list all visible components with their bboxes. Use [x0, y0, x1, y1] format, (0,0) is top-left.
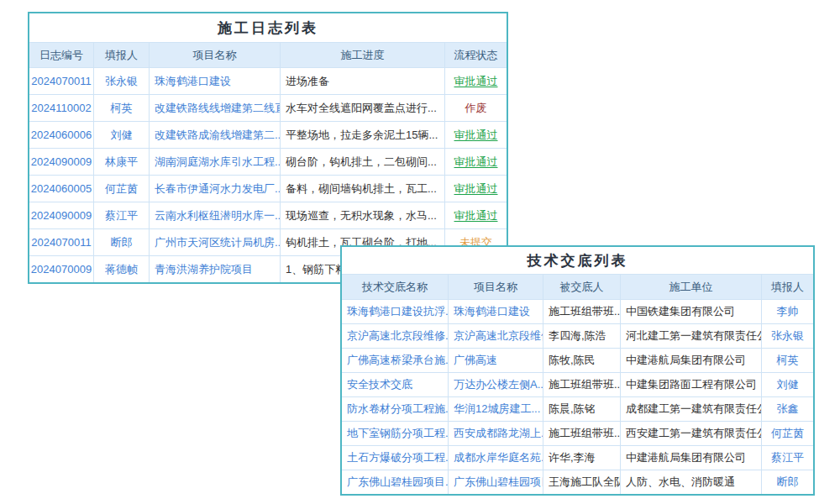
disclosure-name-link[interactable]: 土石方爆破分项工程... [342, 446, 448, 470]
disclosure-name-link[interactable]: 京沪高速北京段维修... [342, 324, 448, 348]
table-row: 2024090009 林康平 湖南洞庭湖水库引水工程... 砌台阶，钩机排土，二… [29, 148, 507, 175]
column-header-construction-unit: 施工单位 [620, 275, 761, 299]
log-project-link[interactable]: 珠海鹤港口建设 [149, 68, 280, 94]
disclosure-recipients-text: 李四海,陈浩 [543, 324, 620, 348]
construction-log-header-row: 日志编号 填报人 项目名称 施工进度 流程状态 [29, 42, 507, 67]
log-status-link[interactable]: 审批通过 [444, 68, 507, 94]
log-reporter-link[interactable]: 何芷茵 [93, 176, 149, 202]
log-id-link[interactable]: 2024090009 [29, 202, 93, 228]
log-status-link[interactable]: 审批通过 [444, 122, 507, 148]
log-project-link[interactable]: 湖南洞庭湖水库引水工程... [149, 149, 280, 175]
log-project-link[interactable]: 青海洪湖养护院项目 [149, 256, 280, 282]
disclosure-unit-text: 河北建工第一建筑有限责任公司 [620, 324, 761, 348]
column-header-progress: 施工进度 [280, 43, 444, 67]
disclosure-unit-text: 中建港航局集团有限公司 [620, 446, 761, 470]
column-header-reporter: 填报人 [93, 43, 149, 67]
disclosure-reporter-link[interactable]: 张鑫 [761, 397, 813, 421]
log-id-link[interactable]: 2024060005 [29, 176, 93, 202]
log-reporter-link[interactable]: 张永银 [93, 68, 149, 94]
disclosure-recipients-text: 许华,李海 [543, 446, 620, 470]
column-header-disclosure-name: 技术交底名称 [342, 275, 448, 299]
disclosure-recipients-text: 陈牧,陈民 [543, 349, 620, 372]
disclosure-unit-text: 中国铁建集团有限公司 [620, 300, 761, 323]
disclosure-project-link[interactable]: 广佛高速 [448, 349, 543, 372]
column-header-reporter: 填报人 [761, 275, 813, 299]
log-reporter-link[interactable]: 蔡江平 [93, 202, 149, 228]
disclosure-name-link[interactable]: 地下室钢筋分项工程... [342, 422, 448, 445]
log-id-link[interactable]: 2024070011 [29, 68, 93, 94]
disclosure-project-link[interactable]: 京沪高速北京段维修 [448, 324, 543, 348]
log-progress-text: 砌台阶，钩机排土，二包砌间... [280, 149, 444, 175]
disclosure-recipients-text: 陈晨,陈铭 [543, 397, 620, 421]
table-row: 广佛高速桥梁承台施... 广佛高速 陈牧,陈民 中建港航局集团有限公司 柯英 [342, 348, 813, 372]
log-id-link[interactable]: 2024090009 [29, 149, 93, 175]
disclosure-reporter-link[interactable]: 张永银 [761, 324, 813, 348]
disclosure-unit-text: 人防、水电、消防暖通 [620, 470, 761, 494]
disclosure-name-link[interactable]: 广东佛山碧桂园项目... [342, 470, 448, 494]
disclosure-unit-text: 成都建工第一建筑有限责任公司 [620, 397, 761, 421]
log-reporter-link[interactable]: 柯英 [93, 95, 149, 121]
column-header-project-name: 项目名称 [448, 275, 543, 299]
disclosure-reporter-link[interactable]: 何芷茵 [761, 422, 813, 445]
table-row: 安全技术交底 万达办公楼左侧A... 施工班组带班... 中建集团路面工程有限公… [342, 372, 813, 396]
log-status-link[interactable]: 审批通过 [444, 176, 507, 202]
disclosure-name-link[interactable]: 防水卷材分项工程施... [342, 397, 448, 421]
disclosure-recipients-text: 施工班组带班... [543, 373, 620, 396]
log-project-link[interactable]: 云南水利枢纽潜明水库一... [149, 202, 280, 228]
disclosure-recipients-text: 施工班组带班... [543, 300, 620, 323]
technical-disclosure-panel: 技术交底列表 技术交底名称 项目名称 被交底人 施工单位 填报人 珠海鹤港口建设… [340, 245, 815, 496]
table-row: 2024090009 蔡江平 云南水利枢纽潜明水库一... 现场巡查，无积水现象… [29, 202, 507, 228]
technical-disclosure-title: 技术交底列表 [342, 247, 813, 274]
log-status-link[interactable]: 审批通过 [444, 149, 507, 175]
log-project-link[interactable]: 广州市天河区统计局机房... [149, 229, 280, 255]
table-row: 土石方爆破分项工程... 成都水岸华庭名苑... 许华,李海 中建港航局集团有限… [342, 445, 813, 470]
log-reporter-link[interactable]: 刘健 [93, 122, 149, 148]
table-row: 2024110002 柯英 改建铁路线线增建第二线直... 水车对全线遮阳网覆盖… [29, 94, 507, 121]
column-header-project-name: 项目名称 [149, 43, 280, 67]
table-row: 2024060006 刘健 改建铁路成渝线增建第二... 平整场地，拉走多余泥土… [29, 121, 507, 148]
log-reporter-link[interactable]: 林康平 [93, 149, 149, 175]
log-id-link[interactable]: 2024070011 [29, 229, 93, 255]
column-header-recipients: 被交底人 [543, 275, 620, 299]
log-status-link[interactable]: 审批通过 [444, 202, 507, 228]
disclosure-project-link[interactable]: 广东佛山碧桂园项目 [448, 470, 543, 494]
disclosure-name-link[interactable]: 安全技术交底 [342, 373, 448, 396]
log-progress-text: 备料，砌间墙钩机排土，瓦工... [280, 176, 444, 202]
log-project-link[interactable]: 改建铁路成渝线增建第二... [149, 122, 280, 148]
disclosure-reporter-link[interactable]: 蔡江平 [761, 446, 813, 470]
disclosure-recipients-text: 王海施工队全队 [543, 470, 620, 494]
log-project-link[interactable]: 长春市伊通河水力发电厂... [149, 176, 280, 202]
disclosure-unit-text: 西安建工第一建筑有限责任公司 [620, 422, 761, 445]
disclosure-project-link[interactable]: 成都水岸华庭名苑... [448, 446, 543, 470]
log-status-link[interactable]: 作废 [444, 95, 507, 121]
disclosure-reporter-link[interactable]: 刘健 [761, 373, 813, 396]
table-row: 2024070011 张永银 珠海鹤港口建设 进场准备 审批通过 [29, 67, 507, 94]
disclosure-project-link[interactable]: 珠海鹤港口建设 [448, 300, 543, 323]
log-project-link[interactable]: 改建铁路线线增建第二线直... [149, 95, 280, 121]
construction-log-panel: 施工日志列表 日志编号 填报人 项目名称 施工进度 流程状态 202407001… [28, 12, 508, 284]
table-row: 京沪高速北京段维修... 京沪高速北京段维修 李四海,陈浩 河北建工第一建筑有限… [342, 323, 813, 348]
disclosure-reporter-link[interactable]: 李帅 [761, 300, 813, 323]
disclosure-project-link[interactable]: 华润12城房建工... [448, 397, 543, 421]
disclosure-unit-text: 中建集团路面工程有限公司 [620, 373, 761, 396]
disclosure-project-link[interactable]: 西安成都路龙湖上... [448, 422, 543, 445]
log-id-link[interactable]: 2024110002 [29, 95, 93, 121]
log-progress-text: 水车对全线遮阳网覆盖点进行... [280, 95, 444, 121]
disclosure-project-link[interactable]: 万达办公楼左侧A... [448, 373, 543, 396]
disclosure-reporter-link[interactable]: 柯英 [761, 349, 813, 372]
table-row: 珠海鹤港口建设抗浮... 珠海鹤港口建设 施工班组带班... 中国铁建集团有限公… [342, 299, 813, 323]
disclosure-name-link[interactable]: 广佛高速桥梁承台施... [342, 349, 448, 372]
disclosure-recipients-text: 施工班组带班... [543, 422, 620, 445]
log-reporter-link[interactable]: 蒋德帧 [93, 256, 149, 282]
log-reporter-link[interactable]: 断郎 [93, 229, 149, 255]
log-progress-text: 现场巡查，无积水现象，水马... [280, 202, 444, 228]
log-progress-text: 进场准备 [280, 68, 444, 94]
log-id-link[interactable]: 2024070009 [29, 256, 93, 282]
construction-log-title: 施工日志列表 [29, 13, 507, 42]
disclosure-name-link[interactable]: 珠海鹤港口建设抗浮... [342, 300, 448, 323]
table-row: 广东佛山碧桂园项目... 广东佛山碧桂园项目 王海施工队全队 人防、水电、消防暖… [342, 470, 813, 494]
log-progress-text: 平整场地，拉走多余泥土15辆... [280, 122, 444, 148]
disclosure-unit-text: 中建港航局集团有限公司 [620, 349, 761, 372]
disclosure-reporter-link[interactable]: 断郎 [761, 470, 813, 494]
log-id-link[interactable]: 2024060006 [29, 122, 93, 148]
